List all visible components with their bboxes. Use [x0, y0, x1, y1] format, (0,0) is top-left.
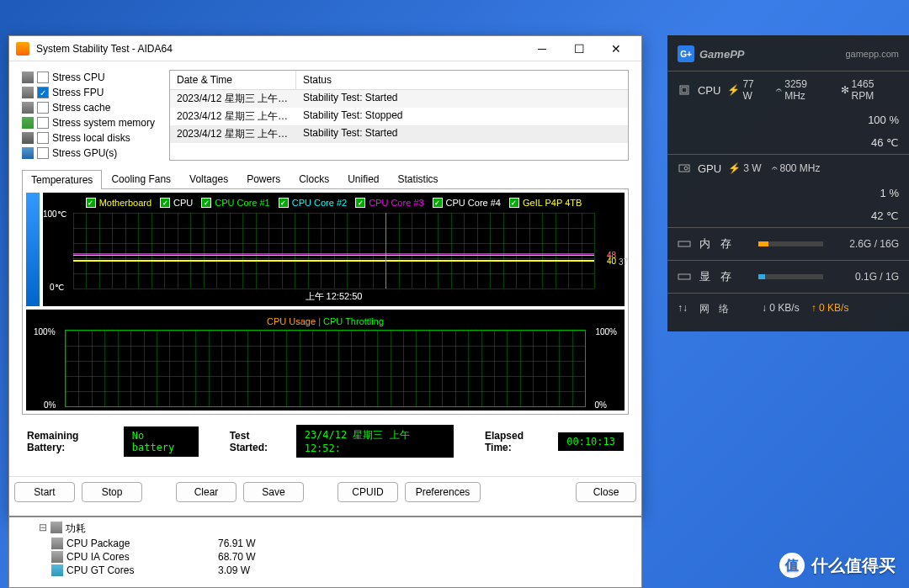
legend-item[interactable]: ✓CPU Core #3 — [355, 198, 423, 208]
bolt-icon: ⚡ — [727, 84, 740, 96]
vram-bar — [758, 274, 823, 279]
titlebar: System Stability Test - AIDA64 ─ ☐ ✕ — [9, 36, 641, 61]
tab-unified[interactable]: Unified — [338, 169, 388, 188]
memory-icon — [22, 117, 34, 129]
checkbox[interactable]: ✓ — [201, 198, 211, 208]
fan-icon: ✻ — [841, 84, 849, 96]
gpu-icon — [678, 162, 691, 175]
cpu-fan: ✻1465 RPM — [841, 78, 899, 102]
checkbox[interactable]: ✓ — [355, 198, 365, 208]
tab-statistics[interactable]: Statistics — [389, 169, 448, 188]
net-up: ↑ 0 KB/s — [811, 302, 849, 316]
checkbox[interactable] — [37, 72, 49, 83]
overlay-cpu-section: CPU ⚡77 W 𝄐3259 MHz ✻1465 RPM — [667, 71, 909, 109]
tree-row[interactable]: CPU IA Cores68.70 W — [9, 550, 641, 564]
checkbox[interactable]: ✓ — [433, 198, 443, 208]
minimize-button[interactable]: ─ — [524, 37, 561, 61]
memory-bar — [758, 241, 823, 246]
tree-parent[interactable]: ⊟功耗 — [9, 521, 641, 537]
clear-button[interactable]: Clear — [176, 482, 237, 502]
checkbox[interactable] — [37, 132, 49, 144]
log-row[interactable]: 2023/4/12 星期三 上午 1...Stability Test: Sto… — [170, 108, 628, 125]
chip-icon — [51, 538, 63, 549]
tree-row[interactable]: CPU GT Cores3.09 W — [9, 564, 641, 577]
maximize-button[interactable]: ☐ — [561, 37, 598, 61]
power-icon — [50, 522, 62, 533]
chip-icon — [51, 564, 63, 576]
elapsed-value: 00:10:13 — [558, 432, 624, 451]
log-row[interactable]: 2023/4/12 星期三 上午 1...Stability Test: Sta… — [170, 125, 628, 143]
checkbox[interactable]: ✓ — [509, 198, 519, 208]
temperature-graph: ✓Motherboard✓CPU✓CPU Core #1✓CPU Core #2… — [43, 193, 625, 306]
checkbox[interactable]: ✓ — [160, 198, 170, 208]
graph-sidebar[interactable] — [26, 193, 40, 306]
checkbox[interactable]: ✓ — [37, 87, 49, 98]
gamepp-icon: G+ — [678, 45, 694, 62]
log-row[interactable]: 2023/4/12 星期三 上午 1...Stability Test: Sta… — [170, 90, 628, 108]
legend-item[interactable]: ✓CPU Core #1 — [201, 198, 269, 208]
checkbox[interactable] — [37, 147, 49, 159]
graph-panel: ✓Motherboard✓CPU✓CPU Core #1✓CPU Core #2… — [22, 189, 629, 415]
cpuid-button[interactable]: CPUID — [338, 482, 398, 502]
cpu-usage-label: CPU Usage — [267, 316, 316, 326]
stress-memory-option[interactable]: Stress system memory — [22, 115, 161, 130]
svg-rect-4 — [678, 241, 690, 246]
usage-chart-canvas: 100% 0% 100% 0% — [65, 330, 586, 407]
tree-row[interactable]: CPU Package76.91 W — [9, 537, 641, 550]
save-button[interactable]: Save — [243, 482, 304, 502]
window-title: System Stability Test - AIDA64 — [36, 43, 524, 55]
overlay-vram-row: 显 存 0.1G / 1G — [667, 260, 909, 293]
svg-rect-5 — [678, 274, 690, 279]
legend-item[interactable]: ✓CPU Core #2 — [279, 198, 347, 208]
tab-temperatures[interactable]: Temperatures — [22, 170, 102, 189]
tab-cooling-fans[interactable]: Cooling Fans — [102, 169, 180, 188]
cpu-icon — [22, 87, 34, 98]
cpu-icon — [22, 72, 34, 83]
disk-icon — [22, 132, 34, 144]
test-started-value: 23/4/12 星期三 上午 12:52: — [296, 425, 454, 458]
close-window-button[interactable]: ✕ — [598, 37, 635, 61]
vram-icon — [678, 270, 691, 283]
svg-point-3 — [684, 167, 688, 170]
stress-cpu-option[interactable]: Stress CPU — [22, 70, 161, 85]
net-down: ↓ 0 KB/s — [762, 302, 800, 316]
gamepp-url: gamepp.com — [845, 49, 899, 59]
test-started-label: Test Started: — [230, 430, 288, 453]
column-header-datetime[interactable]: Date & Time — [170, 71, 296, 89]
close-button[interactable]: Close — [576, 482, 636, 502]
stress-disks-option[interactable]: Stress local disks — [22, 130, 161, 146]
button-row: Start Stop Clear Save CPUID Preferences … — [9, 476, 641, 507]
checkbox[interactable] — [37, 117, 49, 129]
watermark-icon: 值 — [779, 553, 805, 578]
start-button[interactable]: Start — [14, 482, 75, 502]
stop-button[interactable]: Stop — [82, 482, 142, 502]
legend-item[interactable]: ✓Motherboard — [86, 198, 152, 208]
aida64-window: System Stability Test - AIDA64 ─ ☐ ✕ Str… — [8, 35, 642, 516]
overlay-memory-row: 内 存 2.6G / 16G — [667, 227, 909, 260]
legend-item[interactable]: ✓CPU — [160, 198, 193, 208]
tab-voltages[interactable]: Voltages — [180, 169, 237, 188]
cpu-usage-value: 100 % — [667, 109, 909, 131]
preferences-button[interactable]: Preferences — [405, 482, 481, 502]
gpu-usage-value: 1 % — [667, 182, 909, 204]
legend-item[interactable]: ✓GeIL P4P 4TB — [509, 198, 582, 208]
tab-clocks[interactable]: Clocks — [290, 169, 338, 188]
stress-fpu-option[interactable]: ✓Stress FPU — [22, 85, 161, 100]
column-header-status[interactable]: Status — [296, 71, 628, 89]
bolt-icon: ⚡ — [728, 162, 741, 174]
legend-item[interactable]: ✓CPU Core #4 — [433, 198, 501, 208]
stress-cache-option[interactable]: Stress cache — [22, 100, 161, 115]
cpu-icon — [678, 83, 691, 97]
wave-icon: 𝄐 — [776, 84, 782, 96]
svg-rect-1 — [682, 87, 687, 93]
checkbox[interactable] — [37, 102, 49, 114]
status-bar: Remaining Battery: No battery Test Start… — [22, 415, 629, 468]
cpu-icon — [22, 102, 34, 114]
tab-powers[interactable]: Powers — [237, 169, 290, 188]
checkbox[interactable]: ✓ — [279, 198, 289, 208]
checkbox[interactable]: ✓ — [86, 198, 96, 208]
stress-gpu-option[interactable]: Stress GPU(s) — [22, 146, 161, 161]
cpu-temp-value: 46 ℃ — [667, 131, 909, 154]
cpu-throttling-label: CPU Throttling — [323, 316, 384, 326]
time-marker: 上午 12:52:50 — [46, 289, 621, 303]
